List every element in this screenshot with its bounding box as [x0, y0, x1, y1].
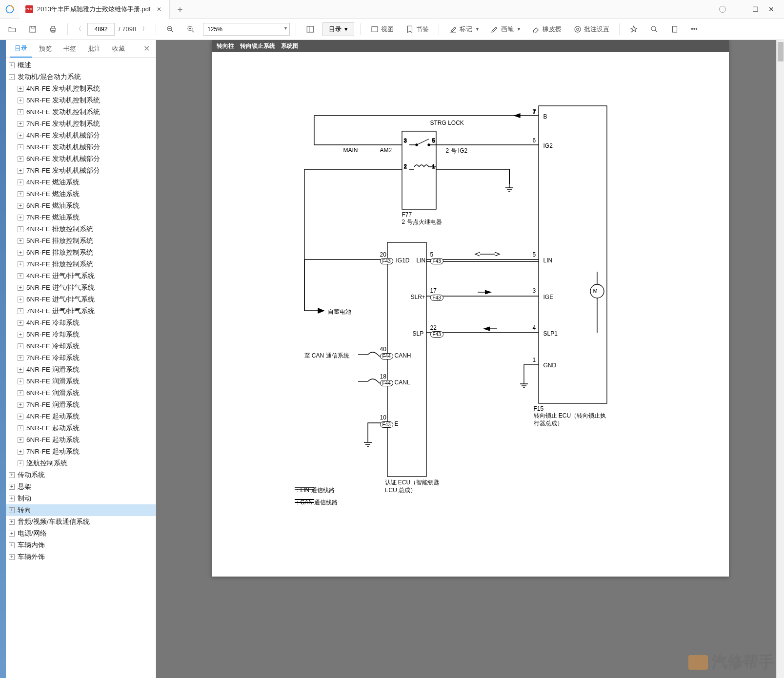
tree-item[interactable]: +5NR-FE 进气/排气系统: [6, 282, 156, 294]
tree-toggle-icon[interactable]: +: [18, 390, 23, 396]
tree-toggle-icon[interactable]: +: [9, 519, 15, 525]
tree-item[interactable]: +7NR-FE 燃油系统: [6, 212, 156, 223]
tree-item[interactable]: -发动机/混合动力系统: [6, 71, 156, 83]
tree-item[interactable]: +车辆外饰: [6, 551, 156, 563]
tree-item[interactable]: +5NR-FE 冷却系统: [6, 329, 156, 340]
tree-item[interactable]: +4NR-FE 发动机机械部分: [6, 130, 156, 141]
vertical-scrollbar[interactable]: [776, 40, 784, 678]
tree-toggle-icon[interactable]: +: [18, 133, 23, 139]
tree-toggle-icon[interactable]: +: [18, 320, 23, 326]
mark-button[interactable]: 标记▾: [445, 22, 482, 37]
toc-dropdown[interactable]: 目录▾: [322, 22, 354, 36]
sidebar-close-button[interactable]: ✕: [138, 40, 156, 57]
tree-toggle-icon[interactable]: +: [18, 460, 23, 466]
sidebar-tab-favorite[interactable]: 收藏: [107, 40, 130, 57]
tree-toggle-icon[interactable]: +: [18, 297, 23, 302]
tree-toggle-icon[interactable]: +: [18, 168, 23, 174]
tree-item[interactable]: +悬架: [6, 481, 156, 493]
tree-toggle-icon[interactable]: +: [18, 273, 23, 279]
tree-toggle-icon[interactable]: +: [18, 238, 23, 244]
tree-toggle-icon[interactable]: +: [18, 308, 23, 314]
tree-toggle-icon[interactable]: +: [18, 449, 23, 455]
eraser-button[interactable]: 橡皮擦: [528, 22, 565, 37]
search-button[interactable]: [646, 22, 663, 37]
tree-toggle-icon[interactable]: +: [18, 414, 23, 419]
tree-toggle-icon[interactable]: -: [9, 74, 15, 80]
tab-close-button[interactable]: ✕: [155, 6, 163, 13]
sidebar-tab-toc[interactable]: 目录: [10, 40, 32, 58]
bookmark-button[interactable]: 书签: [402, 22, 433, 37]
tree-item[interactable]: +音频/视频/车载通信系统: [6, 516, 156, 528]
tree-toggle-icon[interactable]: +: [18, 250, 23, 256]
tree-item[interactable]: +4NR-FE 燃油系统: [6, 177, 156, 188]
tree-toggle-icon[interactable]: +: [18, 98, 23, 103]
page-number-input[interactable]: [87, 23, 115, 36]
document-tab[interactable]: PDF 2013年丰田威驰雅力士致炫维修手册.pdf ✕: [20, 0, 170, 19]
pen-button[interactable]: 画笔▾: [486, 22, 524, 37]
tree-item[interactable]: +5NR-FE 润滑系统: [6, 376, 156, 387]
sidebar-tab-bookmark[interactable]: 书签: [59, 40, 81, 57]
tree-toggle-icon[interactable]: +: [18, 285, 23, 291]
zoom-out-button[interactable]: [162, 22, 179, 37]
tree-toggle-icon[interactable]: +: [9, 507, 15, 513]
maximize-button[interactable]: ☐: [752, 5, 759, 13]
tree-toggle-icon[interactable]: +: [18, 437, 23, 443]
tree-toggle-icon[interactable]: +: [18, 379, 23, 384]
tree-item[interactable]: +7NR-FE 润滑系统: [6, 399, 156, 411]
new-tab-button[interactable]: ＋: [170, 3, 190, 15]
prev-page-button[interactable]: 〈: [74, 23, 83, 35]
tree-toggle-icon[interactable]: +: [9, 554, 15, 560]
tree-item[interactable]: +4NR-FE 润滑系统: [6, 364, 156, 376]
zoom-select[interactable]: [203, 23, 290, 36]
tree-item[interactable]: +6NR-FE 进气/排气系统: [6, 294, 156, 305]
print-button[interactable]: [45, 22, 61, 37]
tree-toggle-icon[interactable]: +: [18, 179, 23, 185]
tree-toggle-icon[interactable]: +: [18, 203, 23, 209]
tree-item[interactable]: +传动系统: [6, 469, 156, 481]
scroll-up-region[interactable]: [778, 42, 784, 61]
settings-icon[interactable]: [719, 6, 726, 13]
open-file-button[interactable]: [4, 22, 20, 37]
tree-item[interactable]: +6NR-FE 发动机机械部分: [6, 153, 156, 165]
tree-toggle-icon[interactable]: +: [18, 402, 23, 408]
sidebar-tab-preview[interactable]: 预览: [34, 40, 57, 57]
tree-item[interactable]: +4NR-FE 冷却系统: [6, 317, 156, 329]
tree-item[interactable]: +5NR-FE 燃油系统: [6, 188, 156, 200]
zoom-in-button[interactable]: [182, 22, 199, 37]
tree-toggle-icon[interactable]: +: [18, 191, 23, 197]
tree-item[interactable]: +转向: [6, 504, 156, 516]
tree-toggle-icon[interactable]: +: [9, 542, 15, 548]
tree-item[interactable]: +5NR-FE 发动机机械部分: [6, 141, 156, 153]
tree-toggle-icon[interactable]: +: [18, 355, 23, 361]
tree-item[interactable]: +概述: [6, 60, 156, 71]
outline-tree[interactable]: +概述-发动机/混合动力系统+4NR-FE 发动机控制系统+5NR-FE 发动机…: [6, 58, 156, 678]
sidebar-tab-annot[interactable]: 批注: [83, 40, 105, 57]
tree-toggle-icon[interactable]: +: [9, 472, 15, 478]
document-viewport[interactable]: 转向柱 转向锁止系统 系统图: [156, 40, 784, 678]
tree-item[interactable]: +车辆内饰: [6, 539, 156, 551]
tree-item[interactable]: +7NR-FE 起动系统: [6, 446, 156, 458]
tree-item[interactable]: +6NR-FE 冷却系统: [6, 340, 156, 352]
close-button[interactable]: ✕: [768, 5, 774, 13]
tree-item[interactable]: +7NR-FE 发动机机械部分: [6, 165, 156, 177]
save-button[interactable]: [24, 22, 41, 37]
tree-toggle-icon[interactable]: +: [18, 226, 23, 232]
batch-settings-button[interactable]: 批注设置: [569, 22, 613, 37]
star-button[interactable]: [625, 22, 642, 37]
minimize-button[interactable]: —: [736, 5, 743, 13]
more-button[interactable]: •••: [687, 22, 702, 36]
clipboard-button[interactable]: [666, 22, 683, 37]
tree-toggle-icon[interactable]: +: [18, 343, 23, 349]
tree-item[interactable]: +4NR-FE 进气/排气系统: [6, 270, 156, 282]
tree-toggle-icon[interactable]: +: [18, 109, 23, 115]
tree-toggle-icon[interactable]: +: [9, 496, 15, 501]
tree-item[interactable]: +4NR-FE 发动机控制系统: [6, 83, 156, 95]
tree-item[interactable]: +4NR-FE 排放控制系统: [6, 223, 156, 235]
tree-item[interactable]: +6NR-FE 润滑系统: [6, 387, 156, 399]
tree-toggle-icon[interactable]: +: [18, 215, 23, 220]
next-page-button[interactable]: 〉: [140, 23, 150, 35]
tree-item[interactable]: +7NR-FE 冷却系统: [6, 352, 156, 364]
tree-toggle-icon[interactable]: +: [9, 531, 15, 537]
tree-item[interactable]: +5NR-FE 排放控制系统: [6, 235, 156, 247]
tree-toggle-icon[interactable]: +: [18, 425, 23, 431]
